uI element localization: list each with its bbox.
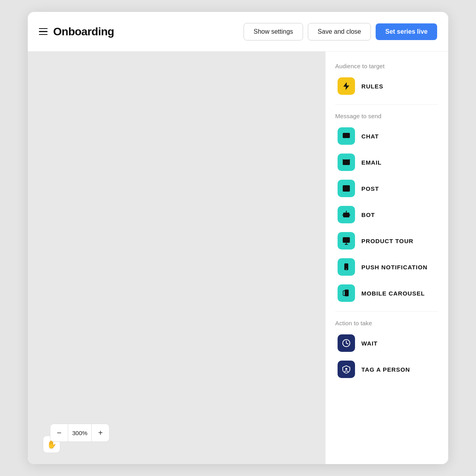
tag-person-icon (342, 365, 351, 374)
product-tour-item[interactable]: PRODUCT TOUR (335, 230, 439, 251)
svg-point-26 (345, 368, 347, 370)
save-close-button[interactable]: Save and close (308, 23, 371, 40)
zoom-value: 300% (68, 424, 92, 441)
svg-point-10 (347, 215, 348, 216)
set-series-live-button[interactable]: Set series live (376, 23, 437, 40)
mobile-carousel-icon-bg (338, 284, 355, 302)
divider-2 (335, 311, 439, 312)
svg-point-19 (346, 269, 347, 269)
rules-label: RULES (361, 83, 383, 90)
chat-icon (342, 131, 351, 141)
divider-1 (335, 104, 439, 105)
email-item[interactable]: EMAIL (335, 152, 439, 173)
email-icon (342, 157, 351, 167)
svg-rect-23 (343, 291, 345, 296)
email-label: EMAIL (361, 159, 382, 166)
mobile-carousel-icon (342, 288, 351, 298)
zoom-controls: − 300% + (50, 424, 109, 442)
page-title: Onboarding (53, 25, 114, 38)
chat-label: CHAT (361, 133, 379, 140)
hamburger-icon[interactable] (39, 28, 48, 35)
bot-label: BOT (361, 211, 375, 218)
header-left: Onboarding (39, 25, 237, 38)
push-notification-label: PUSH NOTIFICATION (361, 264, 428, 271)
svg-rect-15 (343, 237, 350, 243)
product-tour-icon (342, 236, 351, 246)
tag-person-icon-bg (338, 361, 355, 378)
lightning-icon (342, 81, 351, 91)
svg-rect-16 (345, 244, 348, 245)
show-settings-button[interactable]: Show settings (244, 23, 303, 40)
svg-point-9 (345, 215, 346, 216)
push-notification-icon-bg (338, 258, 355, 276)
product-tour-icon-bg (338, 232, 355, 250)
svg-point-24 (346, 295, 347, 296)
app-container: Onboarding Show settings Save and close … (28, 12, 448, 464)
mobile-carousel-item[interactable]: MOBILE CAROUSEL (335, 283, 439, 303)
canvas-area[interactable]: − 300% + ✋ (28, 52, 325, 464)
svg-point-12 (346, 211, 347, 211)
header: Onboarding Show settings Save and close … (28, 12, 448, 52)
wait-item[interactable]: WAIT (335, 333, 439, 353)
push-notification-item[interactable]: PUSH NOTIFICATION (335, 257, 439, 277)
rules-item[interactable]: RULES (335, 76, 439, 96)
tag-person-item[interactable]: TAG A PERSON (335, 359, 439, 380)
chat-item[interactable]: CHAT (335, 126, 439, 146)
push-notification-icon (342, 262, 351, 272)
svg-rect-8 (343, 213, 349, 217)
message-section-label: Message to send (335, 113, 439, 119)
post-item[interactable]: POST (335, 178, 439, 199)
product-tour-label: PRODUCT TOUR (361, 238, 413, 244)
email-icon-bg (338, 154, 355, 171)
rules-icon-bg (338, 77, 355, 95)
post-icon (342, 184, 351, 193)
post-icon-bg (338, 180, 355, 197)
right-panel: Audience to target RULES Message to send (325, 52, 448, 464)
bot-icon-bg (338, 206, 355, 223)
wait-icon-bg (338, 334, 355, 352)
zoom-out-button[interactable]: − (50, 424, 68, 441)
main-content: − 300% + ✋ Audience to target (28, 52, 448, 464)
wait-label: WAIT (361, 340, 378, 347)
tag-person-label: TAG A PERSON (361, 366, 410, 373)
zoom-in-button[interactable]: + (92, 424, 109, 441)
mobile-carousel-label: MOBILE CAROUSEL (361, 290, 425, 297)
action-section-label: Action to take (335, 320, 439, 326)
chat-icon-bg (338, 127, 355, 145)
wait-icon (342, 338, 351, 348)
bot-icon (342, 210, 351, 219)
bot-item[interactable]: BOT (335, 204, 439, 225)
header-actions: Show settings Save and close Set series … (244, 23, 437, 40)
audience-section-label: Audience to target (335, 63, 439, 69)
post-label: POST (361, 185, 379, 192)
